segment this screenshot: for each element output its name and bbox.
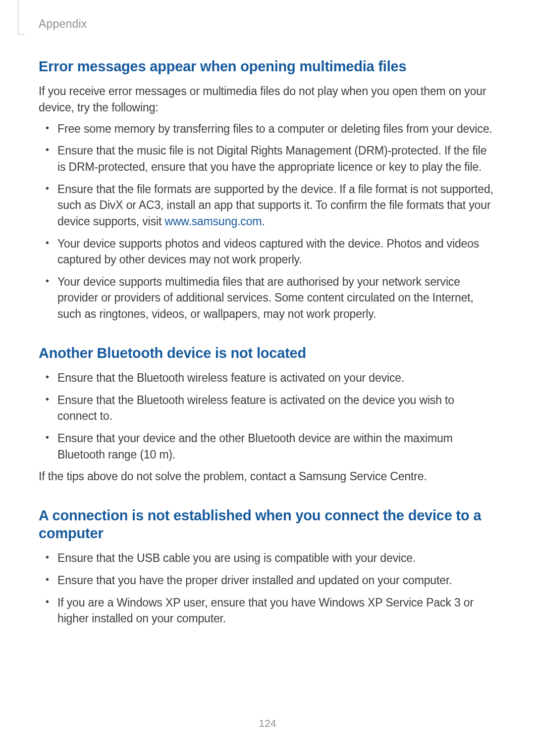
page-number: 124 [0, 717, 535, 729]
list-item: Your device supports multimedia files th… [56, 274, 496, 322]
list-item-text-post: . [262, 215, 265, 228]
list-item: If you are a Windows XP user, ensure tha… [56, 595, 496, 627]
bullet-list: Free some memory by transferring files t… [39, 121, 496, 322]
bullet-list: Ensure that the Bluetooth wireless featu… [39, 370, 496, 462]
section-title: Error messages appear when opening multi… [39, 57, 496, 75]
samsung-link[interactable]: www.samsung.com [164, 215, 262, 228]
section-outro: If the tips above do not solve the probl… [39, 468, 496, 485]
list-item: Your device supports photos and videos c… [56, 236, 496, 268]
list-item: Ensure that you have the proper driver i… [56, 572, 496, 589]
section-title: Another Bluetooth device is not located [39, 344, 496, 362]
section-error-messages: Error messages appear when opening multi… [39, 57, 496, 322]
page: Appendix Error messages appear when open… [0, 0, 535, 756]
section-intro: If you receive error messages or multime… [39, 83, 496, 115]
list-item-text-pre: Ensure that the file formats are support… [57, 183, 493, 228]
section-title: A connection is not established when you… [39, 506, 496, 543]
bullet-list: Ensure that the USB cable you are using … [39, 550, 496, 627]
header-rule [18, 0, 18, 35]
list-item: Ensure that the file formats are support… [56, 181, 496, 230]
list-item: Ensure that your device and the other Bl… [56, 430, 496, 462]
running-head: Appendix [39, 17, 87, 31]
list-item: Ensure that the music file is not Digita… [56, 143, 496, 175]
content: Error messages appear when opening multi… [39, 17, 496, 627]
section-bluetooth: Another Bluetooth device is not located … [39, 344, 496, 485]
list-item: Ensure that the Bluetooth wireless featu… [56, 392, 496, 424]
section-usb-connection: A connection is not established when you… [39, 506, 496, 627]
list-item: Ensure that the USB cable you are using … [56, 550, 496, 566]
list-item: Free some memory by transferring files t… [56, 121, 496, 137]
list-item: Ensure that the Bluetooth wireless featu… [56, 370, 496, 386]
